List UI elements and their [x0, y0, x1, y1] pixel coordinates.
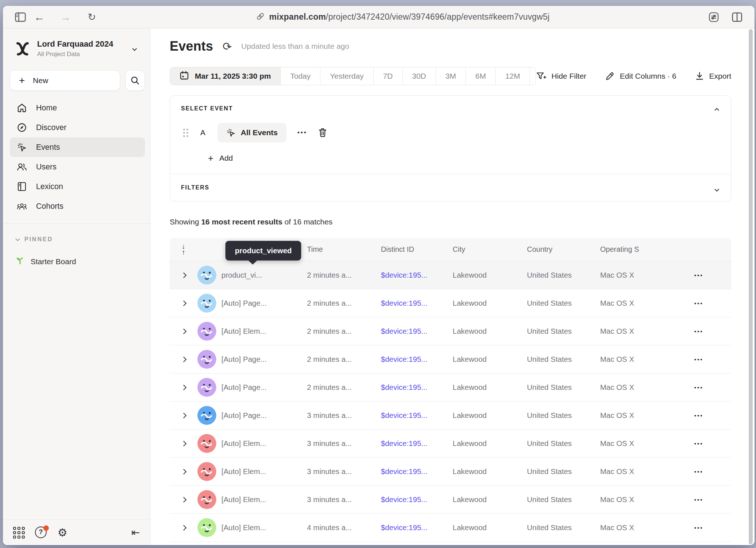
column-header-os[interactable]: Operating S [600, 245, 681, 254]
expand-row-chevron[interactable] [170, 414, 197, 418]
table-row[interactable]: product_vi... 2 minutes a... $device:195… [170, 261, 731, 289]
row-menu-button[interactable]: ••• [681, 356, 731, 363]
address-bar[interactable]: mixpanel.com/project/3472420/view/397469… [100, 12, 706, 22]
distinct-id-link[interactable]: $device:195... [381, 495, 453, 504]
page-settings-icon[interactable] [706, 9, 722, 25]
expand-row-chevron[interactable] [170, 385, 197, 390]
sidebar-item-cohorts[interactable]: Cohorts [10, 196, 145, 216]
sidebar-item-discover[interactable]: Discover [10, 118, 145, 137]
collapse-sidebar-icon[interactable]: ⇤ [131, 527, 140, 539]
event-name-cell[interactable]: [Auto] Elem... [221, 327, 307, 336]
event-name-cell[interactable]: [Auto] Elem... [221, 467, 307, 476]
range-30d[interactable]: 30D [403, 67, 436, 85]
event-more-menu[interactable]: ••• [298, 129, 307, 136]
sidebar-item-users[interactable]: Users [10, 157, 145, 177]
range-3m[interactable]: 3M [436, 67, 466, 85]
expand-row-chevron[interactable] [170, 329, 197, 333]
split-view-icon[interactable] [729, 9, 745, 25]
column-header-distinct-id[interactable]: Distinct ID [381, 245, 453, 254]
drag-handle[interactable] [183, 129, 188, 137]
table-row[interactable]: [Auto] Page... 2 minutes a... $device:19… [170, 289, 731, 317]
refresh-icon[interactable]: ⟳ [221, 39, 233, 54]
event-name-cell[interactable]: [Auto] Elem... [221, 439, 307, 448]
table-row[interactable]: ••• [170, 542, 731, 545]
project-switcher[interactable]: Lord Farquaad 2024 All Project Data [3, 28, 150, 61]
new-button[interactable]: + New [10, 70, 120, 91]
row-menu-button[interactable]: ••• [681, 469, 731, 475]
row-menu-button[interactable]: ••• [681, 441, 731, 447]
row-menu-button[interactable]: ••• [681, 525, 731, 531]
event-name-cell[interactable]: [Auto] Page... [221, 299, 307, 308]
event-name-cell[interactable]: [Auto] Elem... [221, 523, 307, 532]
sidebar-item-home[interactable]: Home [10, 98, 145, 118]
table-row[interactable]: [Auto] Elem... 3 minutes a... $device:19… [170, 430, 731, 458]
browser-back-button[interactable]: ← [31, 11, 47, 23]
browser-sidebar-toggle-icon[interactable] [12, 9, 28, 25]
expand-row-chevron[interactable] [170, 526, 197, 530]
range-xtd[interactable]: XTD [530, 67, 536, 85]
event-name-cell[interactable]: [Auto] Elem... [221, 495, 307, 504]
distinct-id-link[interactable]: $device:195... [381, 271, 453, 279]
export-button[interactable]: Export [695, 71, 731, 81]
sidebar-item-starter-board[interactable]: Starter Board [3, 243, 150, 267]
distinct-id-link[interactable]: $device:195... [381, 439, 453, 448]
sidebar-item-events[interactable]: Events [10, 137, 145, 157]
expand-row-chevron[interactable] [170, 498, 197, 502]
distinct-id-link[interactable]: $device:195... [381, 299, 453, 308]
table-row[interactable]: [Auto] Elem... 4 minutes a... $device:19… [170, 514, 731, 542]
expand-row-chevron[interactable] [170, 357, 197, 361]
expand-row-chevron[interactable] [170, 470, 197, 474]
collapse-section-button[interactable] [715, 107, 718, 113]
expand-filters-button[interactable] [715, 186, 718, 192]
edit-columns-button[interactable]: Edit Columns · 6 [605, 71, 676, 81]
table-row[interactable]: [Auto] Page... 2 minutes a... $device:19… [170, 373, 731, 402]
range-6m[interactable]: 6M [466, 67, 496, 85]
row-menu-button[interactable]: ••• [681, 272, 731, 278]
row-menu-button[interactable]: ••• [681, 412, 731, 419]
pinned-section-header[interactable]: PINNED [3, 224, 150, 243]
search-button[interactable] [125, 70, 145, 91]
range-7d[interactable]: 7D [374, 67, 403, 85]
range-12m[interactable]: 12M [496, 67, 530, 85]
distinct-id-link[interactable]: $device:195... [381, 327, 453, 336]
event-selector-chip[interactable]: All Events [217, 123, 287, 142]
expand-row-chevron[interactable] [170, 301, 197, 305]
distinct-id-link[interactable]: $device:195... [381, 383, 453, 392]
date-picker-segment[interactable]: Mar 11, 2025 3:30 pm [170, 67, 281, 85]
table-row[interactable]: [Auto] Elem... 2 minutes a... $device:19… [170, 317, 731, 345]
range-today[interactable]: Today [281, 67, 320, 85]
row-menu-button[interactable]: ••• [681, 328, 731, 334]
distinct-id-link[interactable]: $device:195... [381, 355, 453, 364]
collapse-rows-icon[interactable]: ↓↑ [170, 244, 197, 255]
expand-row-chevron[interactable] [170, 273, 197, 277]
column-header-city[interactable]: City [453, 245, 527, 254]
distinct-id-link[interactable]: $device:195... [381, 523, 453, 532]
table-row[interactable]: [Auto] Page... 3 minutes a... $device:19… [170, 402, 731, 430]
table-row[interactable]: [Auto] Elem... 3 minutes a... $device:19… [170, 486, 731, 514]
column-header-time[interactable]: Time [307, 245, 381, 254]
hide-filter-button[interactable]: Hide Filter [536, 71, 586, 81]
row-menu-button[interactable]: ••• [681, 384, 731, 391]
event-name-cell[interactable]: [Auto] Page... [221, 383, 307, 392]
help-button[interactable]: ? [35, 527, 47, 539]
event-name-cell[interactable]: product_vi... [221, 271, 307, 279]
event-name-cell[interactable]: [Auto] Page... [221, 355, 307, 364]
trash-icon[interactable] [318, 128, 327, 138]
settings-gear-icon[interactable]: ⚙ [58, 527, 67, 538]
distinct-id-link[interactable]: $device:195... [381, 467, 453, 476]
table-row[interactable]: [Auto] Page... 2 minutes a... $device:19… [170, 345, 731, 373]
add-event-button[interactable]: + Add [208, 153, 720, 163]
row-menu-button[interactable]: ••• [681, 497, 731, 503]
column-header-country[interactable]: Country [527, 245, 600, 254]
table-row[interactable]: [Auto] Elem... 3 minutes a... $device:19… [170, 458, 731, 486]
expand-row-chevron[interactable] [170, 442, 197, 446]
apps-grid-icon[interactable] [13, 527, 25, 539]
sidebar-item-lexicon[interactable]: Lexicon [10, 177, 145, 196]
row-menu-button[interactable]: ••• [681, 300, 731, 306]
distinct-id-link[interactable]: $device:195... [381, 411, 453, 420]
event-name-cell[interactable]: [Auto] Page... [221, 411, 307, 420]
range-yesterday[interactable]: Yesterday [320, 67, 374, 85]
browser-forward-button[interactable]: → [58, 11, 74, 23]
page-scrollbar[interactable] [749, 29, 753, 544]
browser-reload-button[interactable]: ↻ [84, 11, 100, 23]
